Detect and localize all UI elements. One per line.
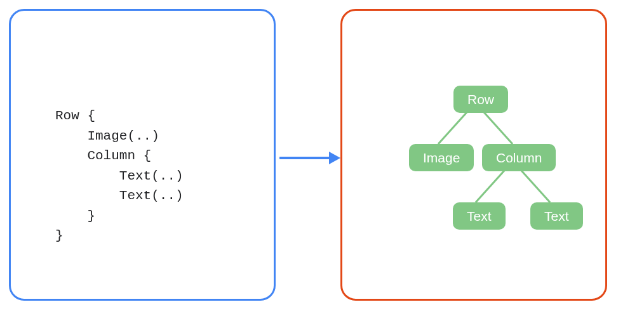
arrow-head [329,152,340,164]
tree-node-image: Image [409,144,474,171]
code-block: Row { Image(..) Column { Text(..) Text(.… [55,106,184,246]
tree-edge [518,167,551,203]
tree-edge [438,108,471,145]
code-panel: Row { Image(..) Column { Text(..) Text(.… [9,9,276,301]
arrow-icon [279,148,340,167]
tree-node-row: Row [453,86,508,113]
code-line: Text(..) [55,169,184,183]
code-line: } [55,209,95,223]
tree-node-text-right: Text [530,202,583,230]
tree-edge [480,108,513,145]
code-line: } [55,228,64,243]
code-line: Column { [55,148,151,163]
arrow-shaft [279,157,330,159]
tree-node-column: Column [482,144,556,171]
code-line: Text(..) [55,188,184,203]
code-line: Image(..) [55,129,159,143]
tree-diagram: Row Image Column Text Text [342,11,605,299]
tree-edge [475,167,508,203]
tree-node-text-left: Text [453,202,506,230]
code-line: Row { [55,108,95,123]
tree-panel: Row Image Column Text Text [340,9,607,301]
